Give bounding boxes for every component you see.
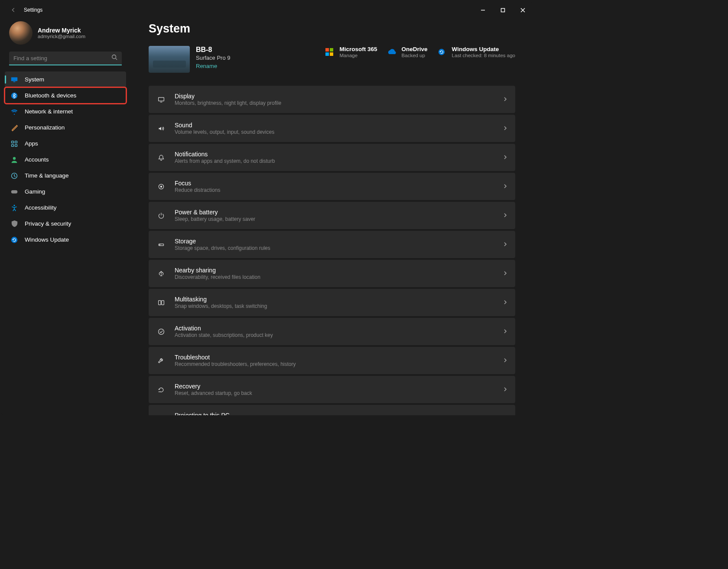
row-subtitle: Volume levels, output, input, sound devi… bbox=[175, 129, 503, 135]
nav-item-label: System bbox=[25, 76, 44, 83]
status-subtitle: Last checked: 8 minutes ago bbox=[452, 53, 515, 58]
setting-row-activation[interactable]: Activation Activation state, subscriptio… bbox=[149, 318, 515, 345]
chevron-right-icon bbox=[503, 358, 507, 364]
nav-item-label: Windows Update bbox=[25, 236, 69, 243]
svg-rect-16 bbox=[325, 52, 329, 56]
svg-rect-19 bbox=[159, 97, 164, 101]
nav-item-label: Gaming bbox=[25, 188, 45, 195]
nav-item-accessibility[interactable]: Accessibility bbox=[5, 200, 126, 216]
nav-item-windows-update[interactable]: Windows Update bbox=[5, 232, 126, 248]
nav-item-apps[interactable]: Apps bbox=[5, 136, 126, 152]
row-title: Projecting to this PC bbox=[175, 412, 503, 415]
m365-icon bbox=[323, 46, 335, 58]
maximize-button[interactable] bbox=[493, 1, 513, 19]
avatar bbox=[9, 21, 32, 45]
nav-item-personalization[interactable]: Personalization bbox=[5, 120, 126, 136]
settings-window: Settings Andrew Myrick admyrick@gmail.co… bbox=[1, 1, 533, 415]
storage-icon bbox=[156, 240, 166, 249]
wifi-icon bbox=[11, 108, 18, 115]
chevron-right-icon bbox=[503, 300, 507, 306]
nav-item-label: Bluetooth & devices bbox=[25, 92, 76, 99]
back-button[interactable] bbox=[5, 1, 22, 19]
chevron-right-icon bbox=[503, 329, 507, 335]
svg-rect-14 bbox=[325, 48, 329, 52]
row-title: Storage bbox=[175, 238, 503, 245]
row-title: Troubleshoot bbox=[175, 354, 503, 361]
row-title: Focus bbox=[175, 180, 503, 187]
setting-row-power-battery[interactable]: Power & battery Sleep, battery usage, ba… bbox=[149, 202, 515, 229]
svg-rect-17 bbox=[330, 52, 333, 56]
search-input[interactable] bbox=[13, 55, 111, 61]
chevron-right-icon bbox=[503, 97, 507, 103]
status-title: OneDrive bbox=[402, 46, 428, 52]
nav-list: System Bluetooth & devices Network & int… bbox=[1, 70, 130, 248]
nav-item-label: Personalization bbox=[25, 124, 65, 131]
setting-row-troubleshoot[interactable]: Troubleshoot Recommended troubleshooters… bbox=[149, 347, 515, 374]
nav-item-bluetooth-devices[interactable]: Bluetooth & devices bbox=[5, 87, 126, 103]
nav-item-network-internet[interactable]: Network & internet bbox=[5, 103, 126, 120]
bluetooth-icon bbox=[11, 92, 18, 99]
row-subtitle: Recommended troubleshooters, preferences… bbox=[175, 361, 503, 367]
setting-row-nearby-sharing[interactable]: Nearby sharing Discoverability, received… bbox=[149, 260, 515, 287]
setting-row-storage[interactable]: Storage Storage space, drives, configura… bbox=[149, 231, 515, 258]
profile-name: Andrew Myrick bbox=[38, 27, 85, 34]
row-title: Sound bbox=[175, 122, 503, 129]
nav-item-system[interactable]: System bbox=[5, 71, 126, 87]
svg-rect-2 bbox=[11, 77, 17, 81]
row-subtitle: Activation state, subscriptions, product… bbox=[175, 332, 503, 338]
search-icon bbox=[111, 54, 117, 62]
setting-row-multitasking[interactable]: Multitasking Snap windows, desktops, tas… bbox=[149, 289, 515, 316]
gaming-icon bbox=[11, 188, 18, 195]
chevron-right-icon bbox=[503, 387, 507, 393]
window-title: Settings bbox=[24, 7, 42, 13]
close-button[interactable] bbox=[513, 1, 533, 19]
nav-item-label: Time & language bbox=[25, 172, 69, 179]
person-icon bbox=[11, 156, 18, 163]
page-title: System bbox=[149, 22, 515, 36]
chevron-right-icon bbox=[503, 126, 507, 132]
svg-rect-5 bbox=[12, 141, 14, 143]
main-content: System BB-8 Surface Pro 9 Rename Microso… bbox=[131, 19, 533, 415]
row-title: Power & battery bbox=[175, 209, 503, 216]
device-model: Surface Pro 9 bbox=[196, 55, 231, 61]
onedrive-icon bbox=[385, 46, 397, 58]
nav-item-gaming[interactable]: Gaming bbox=[5, 184, 126, 200]
svg-point-23 bbox=[159, 244, 160, 245]
svg-rect-8 bbox=[15, 144, 17, 146]
row-title: Display bbox=[175, 93, 503, 100]
row-subtitle: Reset, advanced startup, go back bbox=[175, 390, 503, 396]
time-icon bbox=[11, 172, 18, 179]
status-card-microsoft-365[interactable]: Microsoft 365 Manage bbox=[323, 46, 377, 58]
nav-item-accounts[interactable]: Accounts bbox=[5, 152, 126, 168]
profile-block[interactable]: Andrew Myrick admyrick@gmail.com bbox=[1, 19, 130, 52]
status-card-windows-update[interactable]: Windows Update Last checked: 8 minutes a… bbox=[436, 46, 515, 58]
power-icon bbox=[156, 211, 166, 220]
svg-rect-7 bbox=[12, 144, 14, 146]
setting-row-notifications[interactable]: Notifications Alerts from apps and syste… bbox=[149, 144, 515, 171]
setting-row-display[interactable]: Display Monitors, brightness, night ligh… bbox=[149, 86, 515, 113]
sidebar: Andrew Myrick admyrick@gmail.com System … bbox=[1, 19, 131, 415]
setting-row-projecting-to-this-pc[interactable]: Projecting to this PC Permissions, pairi… bbox=[149, 405, 515, 415]
device-thumbnail[interactable] bbox=[149, 46, 190, 73]
minimize-button[interactable] bbox=[473, 1, 493, 19]
setting-row-recovery[interactable]: Recovery Reset, advanced startup, go bac… bbox=[149, 376, 515, 403]
row-subtitle: Sleep, battery usage, battery saver bbox=[175, 216, 503, 222]
settings-list: Display Monitors, brightness, night ligh… bbox=[149, 86, 515, 415]
nav-item-label: Apps bbox=[25, 140, 38, 147]
nav-item-time-language[interactable]: Time & language bbox=[5, 168, 126, 184]
update-icon bbox=[11, 236, 18, 243]
svg-rect-11 bbox=[11, 190, 18, 193]
row-title: Notifications bbox=[175, 151, 503, 158]
setting-row-focus[interactable]: Focus Reduce distractions bbox=[149, 173, 515, 200]
system-icon bbox=[11, 76, 18, 83]
nav-item-label: Accessibility bbox=[25, 204, 57, 211]
chevron-right-icon bbox=[503, 213, 507, 219]
nav-item-label: Network & internet bbox=[25, 108, 73, 115]
svg-point-1 bbox=[112, 55, 116, 59]
row-subtitle: Monitors, brightness, night light, displ… bbox=[175, 100, 503, 106]
status-card-onedrive[interactable]: OneDrive Backed up bbox=[385, 46, 428, 58]
nav-item-privacy-security[interactable]: Privacy & security bbox=[5, 216, 126, 232]
rename-link[interactable]: Rename bbox=[196, 63, 217, 69]
setting-row-sound[interactable]: Sound Volume levels, output, input, soun… bbox=[149, 115, 515, 142]
search-box[interactable] bbox=[9, 52, 122, 65]
